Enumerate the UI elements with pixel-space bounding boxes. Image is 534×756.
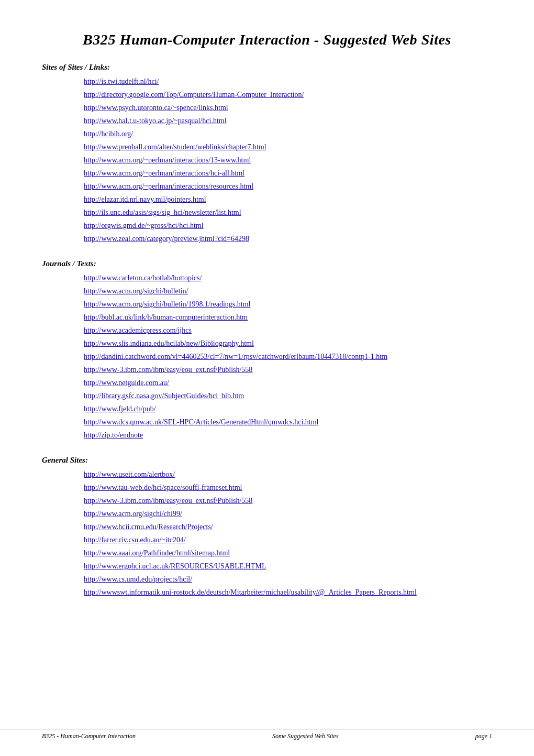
list-item: http://farrer.riv.csu.edu.au/~itc204/ — [84, 533, 492, 546]
page-footer: B325 - Human-Computer Interaction Some S… — [0, 729, 534, 740]
link-journals-texts-9[interactable]: http://library.gsfc.nasa.gov/SubjectGuid… — [84, 392, 244, 400]
link-general-sites-7[interactable]: http://www.ergohci.ucl.ac.uk/RESOURCES/U… — [84, 562, 266, 570]
list-item: http://www.cs.umd.edu/projects/hcil/ — [84, 573, 492, 585]
list-item: http://www.ergohci.ucl.ac.uk/RESOURCES/U… — [84, 560, 492, 572]
list-item: http://www.fjeld.ch/pub/ — [84, 402, 492, 415]
links-list-general-sites: http://www.useit.com/alertbox/http://www… — [42, 468, 492, 598]
list-item: http://www.prenhall.com/alter/student/we… — [84, 140, 492, 153]
list-item: http://bubl.ac.uk/link/h/human-computeri… — [84, 311, 492, 323]
link-general-sites-0[interactable]: http://www.useit.com/alertbox/ — [84, 470, 175, 478]
list-item: http://www.zeal.com/category/preview.jht… — [84, 232, 492, 245]
list-item: http://www.hcii.cmu.edu/Research/Project… — [84, 520, 492, 533]
list-item: http://www.aaai.org/Pathfinder/html/site… — [84, 546, 492, 559]
link-general-sites-6[interactable]: http://www.aaai.org/Pathfinder/html/site… — [84, 549, 230, 557]
link-sites-of-sites-5[interactable]: http://www.prenhall.com/alter/student/we… — [84, 143, 266, 151]
list-item: http://elazar.itd.nrl.navy.mil/pointers.… — [84, 193, 492, 205]
list-item: http://www.hal.t.u-tokyo.ac.jp/~pasqual/… — [84, 114, 492, 127]
section-journals-texts: Journals / Texts:http://www.carleton.ca/… — [42, 259, 492, 441]
links-list-sites-of-sites: http://is.twi.tudelft.nl/hci/http://dire… — [42, 75, 492, 245]
link-journals-texts-12[interactable]: http://zip.to/endnote — [84, 431, 143, 439]
list-item: http://www.acm.org/~perlman/interactions… — [84, 167, 492, 179]
section-heading-journals-texts: Journals / Texts: — [42, 259, 492, 268]
link-sites-of-sites-9[interactable]: http://elazar.itd.nrl.navy.mil/pointers.… — [84, 195, 206, 203]
link-general-sites-3[interactable]: http://www.acm.org/sigchi/chi99/ — [84, 510, 182, 518]
link-journals-texts-3[interactable]: http://bubl.ac.uk/link/h/human-computeri… — [84, 313, 248, 321]
link-journals-texts-1[interactable]: http://www.acm.org/sigchi/bulletin/ — [84, 287, 188, 295]
list-item: http://ils.unc.edu/asis/sigs/sig_hci/new… — [84, 206, 492, 218]
link-general-sites-4[interactable]: http://www.hcii.cmu.edu/Research/Project… — [84, 523, 213, 531]
link-sites-of-sites-12[interactable]: http://www.zeal.com/category/preview.jht… — [84, 235, 249, 243]
list-item: http://is.twi.tudelft.nl/hci/ — [84, 75, 492, 87]
list-item: http://dandini.catchword.com/vl=4460253/… — [84, 350, 492, 363]
list-item: http://www.carleton.ca/hotlab/hottopics/ — [84, 271, 492, 284]
link-journals-texts-0[interactable]: http://www.carleton.ca/hotlab/hottopics/ — [84, 274, 202, 282]
section-general-sites: General Sites:http://www.useit.com/alert… — [42, 456, 492, 598]
link-general-sites-9[interactable]: http://wwwswt.informatik.uni-rostock.de/… — [84, 588, 417, 596]
link-journals-texts-11[interactable]: http://www.dcs.qmw.ac.uk/SEL-HPC/Article… — [84, 418, 318, 426]
list-item: http://www.acm.org/sigchi/chi99/ — [84, 507, 492, 520]
footer-left: B325 - Human-Computer Interaction — [42, 732, 136, 740]
footer-center: Some Suggested Web Sites — [272, 732, 339, 740]
link-sites-of-sites-10[interactable]: http://ils.unc.edu/asis/sigs/sig_hci/new… — [84, 209, 241, 216]
link-sites-of-sites-3[interactable]: http://www.hal.t.u-tokyo.ac.jp/~pasqual/… — [84, 117, 227, 125]
link-sites-of-sites-2[interactable]: http://www.psych.utoronto.ca/~spence/lin… — [84, 104, 228, 112]
link-journals-texts-2[interactable]: http://www.acm.org/sigchi/bulletin/1998.… — [84, 300, 250, 308]
list-item: http://www-3.ibm.com/ibm/easy/eou_ext.ns… — [84, 363, 492, 376]
link-general-sites-2[interactable]: http://www-3.ibm.com/ibm/easy/eou_ext.ns… — [84, 497, 252, 505]
section-heading-sites-of-sites: Sites of Sites / Links: — [42, 63, 492, 72]
footer-right: page 1 — [475, 732, 492, 740]
links-list-journals-texts: http://www.carleton.ca/hotlab/hottopics/… — [42, 271, 492, 441]
list-item: http://www.acm.org/~perlman/interactions… — [84, 180, 492, 192]
list-item: http://www-3.ibm.com/ibm/easy/eou_ext.ns… — [84, 494, 492, 507]
list-item: http://www.dcs.qmw.ac.uk/SEL-HPC/Article… — [84, 415, 492, 428]
list-item: http://zip.to/endnote — [84, 429, 492, 441]
link-journals-texts-8[interactable]: http://www.netguide.com.au/ — [84, 379, 169, 387]
list-item: http://library.gsfc.nasa.gov/SubjectGuid… — [84, 389, 492, 402]
list-item: http://www.acm.org/sigchi/bulletin/1998.… — [84, 298, 492, 310]
list-item: http://www.useit.com/alertbox/ — [84, 468, 492, 480]
list-item: http://orgwis.gmd.de/~gross/hci/hci.html — [84, 219, 492, 232]
link-journals-texts-5[interactable]: http://www.slis.indiana.edu/hcilab/new/B… — [84, 339, 254, 347]
list-item: http://www.slis.indiana.edu/hcilab/new/B… — [84, 337, 492, 349]
list-item: http://www.tau-web.de/hci/space/souffl-f… — [84, 481, 492, 494]
section-sites-of-sites: Sites of Sites / Links:http://is.twi.tud… — [42, 63, 492, 245]
list-item: http://www.netguide.com.au/ — [84, 376, 492, 389]
list-item: http://www.acm.org/sigchi/bulletin/ — [84, 284, 492, 297]
link-journals-texts-6[interactable]: http://dandini.catchword.com/vl=4460253/… — [84, 353, 387, 360]
link-general-sites-8[interactable]: http://www.cs.umd.edu/projects/hcil/ — [84, 575, 192, 583]
list-item: http://www.psych.utoronto.ca/~spence/lin… — [84, 101, 492, 114]
list-item: http://www.academicpress.com/ijhcs — [84, 324, 492, 336]
list-item: http://hcibib.org/ — [84, 127, 492, 140]
page-title: B325 Human-Computer Interaction - Sugges… — [42, 31, 492, 48]
link-sites-of-sites-0[interactable]: http://is.twi.tudelft.nl/hci/ — [84, 78, 159, 85]
link-sites-of-sites-4[interactable]: http://hcibib.org/ — [84, 130, 133, 138]
link-sites-of-sites-7[interactable]: http://www.acm.org/~perlman/interactions… — [84, 169, 244, 177]
link-general-sites-1[interactable]: http://www.tau-web.de/hci/space/souffl-f… — [84, 484, 242, 491]
link-general-sites-5[interactable]: http://farrer.riv.csu.edu.au/~itc204/ — [84, 536, 186, 544]
link-sites-of-sites-8[interactable]: http://www.acm.org/~perlman/interactions… — [84, 182, 253, 190]
link-sites-of-sites-6[interactable]: http://www.acm.org/~perlman/interactions… — [84, 156, 251, 164]
link-journals-texts-7[interactable]: http://www-3.ibm.com/ibm/easy/eou_ext.ns… — [84, 366, 252, 374]
list-item: http://directory.google.com/Top/Computer… — [84, 88, 492, 101]
link-sites-of-sites-1[interactable]: http://directory.google.com/Top/Computer… — [84, 91, 304, 98]
section-heading-general-sites: General Sites: — [42, 456, 492, 465]
link-sites-of-sites-11[interactable]: http://orgwis.gmd.de/~gross/hci/hci.html — [84, 222, 204, 229]
link-journals-texts-10[interactable]: http://www.fjeld.ch/pub/ — [84, 405, 156, 413]
list-item: http://www.acm.org/~perlman/interactions… — [84, 154, 492, 166]
link-journals-texts-4[interactable]: http://www.academicpress.com/ijhcs — [84, 326, 192, 334]
list-item: http://wwwswt.informatik.uni-rostock.de/… — [84, 586, 492, 598]
